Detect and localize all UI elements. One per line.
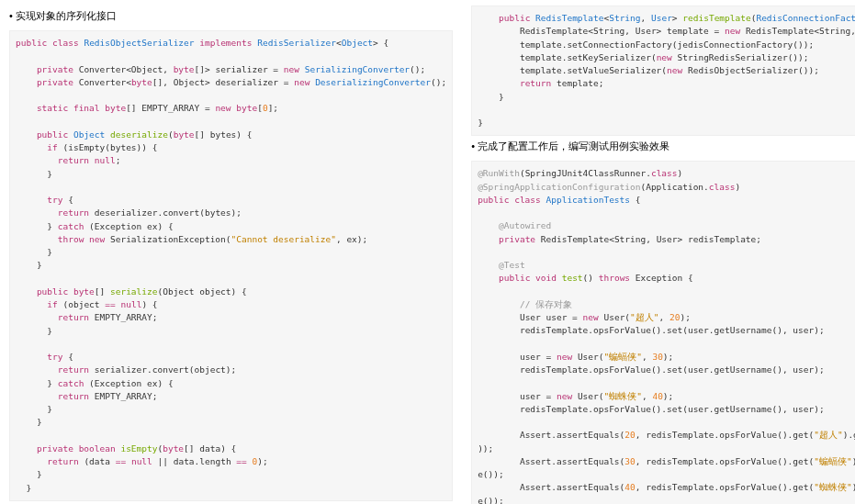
code-serializer: public class RedisObjectSerializer imple… (9, 30, 453, 501)
code-test: @RunWith(SpringJUnit4ClassRunner.class) … (471, 161, 855, 504)
left-column: 实现对象的序列化接口 public class RedisObjectSeria… (0, 0, 462, 504)
bullet-serialize: 实现对象的序列化接口 (9, 9, 453, 23)
right-column: public RedisTemplate<String, User> redis… (462, 0, 855, 504)
code-bean: public RedisTemplate<String, User> redis… (471, 6, 855, 136)
bullet-test: 完成了配置工作后，编写测试用例实验效果 (471, 140, 855, 153)
